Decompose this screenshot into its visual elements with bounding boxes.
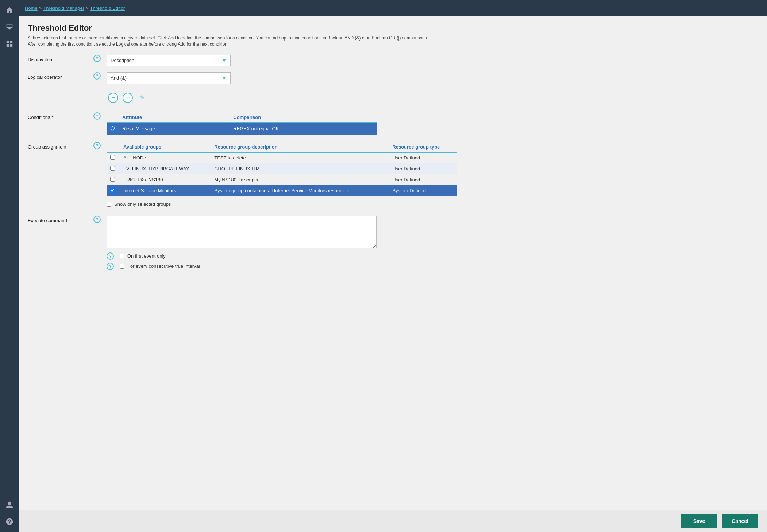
group-checkbox-cell	[107, 163, 120, 174]
on-first-event-label: On first event only	[127, 253, 166, 259]
conditions-required-marker: *	[51, 115, 53, 120]
group-type-1: User Defined	[389, 152, 457, 163]
show-selected-groups-label: Show only selected groups	[114, 201, 171, 207]
page-description: A threshold can test for one or more con…	[28, 35, 429, 47]
group-assignment-area: Available groups Resource group descript…	[107, 142, 758, 207]
group-desc-3: My NS180 Tx scripts	[211, 174, 389, 185]
execute-command-row: Execute command ? ? On first event only …	[28, 216, 758, 270]
group-row[interactable]: ERIC_TXs_NS180 My NS180 Tx scripts User …	[107, 174, 457, 185]
user-nav-icon[interactable]	[3, 498, 16, 512]
condition-radio[interactable]	[110, 126, 115, 131]
execute-command-label: Execute command	[28, 216, 93, 223]
on-first-event-checkbox[interactable]	[120, 254, 124, 258]
conditions-row: Conditions * ? Attribute Comparison	[28, 112, 758, 135]
help-nav-icon[interactable]	[3, 515, 16, 528]
logical-operator-select[interactable]: And (&) ▼	[107, 72, 231, 84]
group-checkbox-cell	[107, 152, 120, 163]
group-desc-2: GROUPE LINUX ITM	[211, 163, 389, 174]
remove-condition-button[interactable]: −	[123, 93, 133, 103]
execute-command-area: ? On first event only ? For every consec…	[107, 216, 758, 270]
display-item-row: Display item ? Description ▼	[28, 55, 758, 66]
for-every-interval-help-icon[interactable]: ?	[107, 263, 114, 270]
condition-attribute: ResultMessage	[119, 123, 230, 135]
conditions-label: Conditions *	[28, 112, 93, 120]
group-desc-4: System group containing all Internet Ser…	[211, 185, 389, 196]
breadcrumb-threshold-editor[interactable]: Threshold Editor	[90, 5, 125, 11]
logical-operator-row: Logical operator ? And (&) ▼	[28, 72, 758, 84]
breadcrumb: Home > Threshold Manager > Threshold Edi…	[25, 5, 125, 11]
conditions-table: Attribute Comparison ResultMessage REGEX…	[107, 112, 377, 135]
grid-nav-icon[interactable]	[3, 37, 16, 50]
on-first-event-row: ? On first event only	[107, 252, 758, 260]
breadcrumb-sep2: >	[86, 5, 89, 11]
for-every-interval-row: ? For every consecutive true interval	[107, 263, 758, 270]
conditions-select-col	[107, 112, 119, 123]
logical-operator-label: Logical operator	[28, 72, 93, 80]
logical-operator-control: And (&) ▼	[107, 72, 758, 84]
groups-name-header: Available groups	[120, 142, 211, 152]
logical-operator-help-icon[interactable]: ?	[93, 72, 101, 80]
breadcrumb-home[interactable]: Home	[25, 5, 38, 11]
show-selected-groups-checkbox[interactable]	[107, 202, 111, 207]
conditions-attribute-header: Attribute	[119, 112, 230, 123]
home-nav-icon[interactable]	[3, 4, 16, 17]
group-checkbox-3[interactable]	[110, 177, 115, 182]
monitor-nav-icon[interactable]	[3, 20, 16, 34]
groups-type-header: Resource group type	[389, 142, 457, 152]
group-assignment-label: Group assignment	[28, 142, 93, 150]
conditions-toolbar: + − ✎	[108, 93, 147, 103]
display-item-label: Display item	[28, 55, 93, 62]
cancel-button[interactable]: Cancel	[722, 514, 758, 528]
execute-command-help-icon[interactable]: ?	[93, 216, 101, 223]
group-type-2: User Defined	[389, 163, 457, 174]
conditions-comparison-header: Comparison	[230, 112, 377, 123]
page-title: Threshold Editor	[28, 23, 758, 33]
condition-row[interactable]: ResultMessage REGEX not equal OK	[107, 123, 377, 135]
group-assignment-row: Group assignment ? Available groups Reso…	[28, 142, 758, 207]
for-every-interval-label: For every consecutive true interval	[127, 263, 200, 269]
display-item-control: Description ▼	[107, 55, 758, 66]
group-row[interactable]: FV_LINUX_HYBRIBGATEWAY GROUPE LINUX ITM …	[107, 163, 457, 174]
conditions-toolbar-row: + − ✎	[28, 93, 758, 107]
display-item-arrow-icon: ▼	[221, 58, 227, 63]
group-row[interactable]: ALL NODe TEST to delete User Defined	[107, 152, 457, 163]
conditions-help-icon[interactable]: ?	[93, 112, 101, 120]
group-checkbox-4[interactable]	[110, 188, 115, 193]
for-every-interval-checkbox[interactable]	[120, 264, 124, 269]
header-bar: Home > Threshold Manager > Threshold Edi…	[19, 0, 767, 16]
group-assignment-help-icon[interactable]: ?	[93, 142, 101, 149]
group-checkbox-cell-selected	[107, 185, 120, 196]
condition-radio-cell	[107, 123, 119, 135]
breadcrumb-threshold-manager[interactable]: Threshold Manager	[43, 5, 84, 11]
group-desc-1: TEST to delete	[211, 152, 389, 163]
show-selected-groups-row: Show only selected groups	[107, 201, 758, 207]
condition-comparison: REGEX not equal OK	[230, 123, 377, 135]
conditions-table-area: Attribute Comparison ResultMessage REGEX…	[107, 112, 758, 135]
breadcrumb-sep1: >	[39, 5, 42, 11]
sidebar	[0, 0, 19, 532]
main-content: Home > Threshold Manager > Threshold Edi…	[19, 0, 767, 532]
action-bar: Save Cancel	[19, 510, 767, 532]
group-type-3: User Defined	[389, 174, 457, 185]
groups-table: Available groups Resource group descript…	[107, 142, 457, 196]
group-name-3: ERIC_TXs_NS180	[120, 174, 211, 185]
edit-condition-button[interactable]: ✎	[137, 93, 147, 103]
save-button[interactable]: Save	[681, 514, 717, 528]
on-first-event-help-icon[interactable]: ?	[107, 252, 114, 260]
execute-command-textarea[interactable]	[107, 216, 377, 248]
logical-operator-arrow-icon: ▼	[221, 75, 227, 81]
group-checkbox-cell	[107, 174, 120, 185]
display-item-help-icon[interactable]: ?	[93, 55, 101, 62]
group-type-4: System Defined	[389, 185, 457, 196]
group-name-1: ALL NODe	[120, 152, 211, 163]
display-item-select[interactable]: Description ▼	[107, 55, 231, 66]
content-area: Threshold Editor A threshold can test fo…	[19, 16, 767, 510]
group-checkbox-1[interactable]	[110, 155, 115, 160]
group-checkbox-2[interactable]	[110, 166, 115, 171]
add-condition-button[interactable]: +	[108, 93, 118, 103]
group-name-2: FV_LINUX_HYBRIBGATEWAY	[120, 163, 211, 174]
group-row-selected[interactable]: Internet Service Monitors System group c…	[107, 185, 457, 196]
group-name-4: Internet Service Monitors	[120, 185, 211, 196]
groups-desc-header: Resource group description	[211, 142, 389, 152]
groups-check-col	[107, 142, 120, 152]
